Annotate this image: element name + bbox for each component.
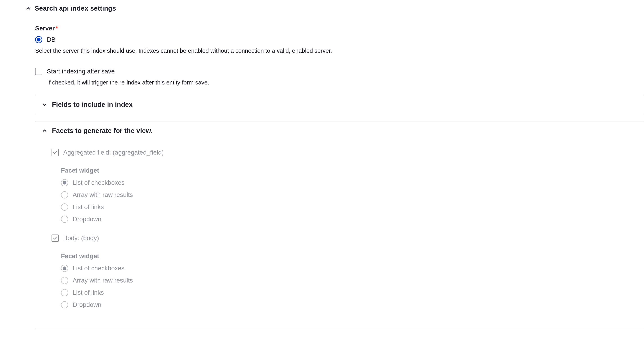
facet0-widget-dropdown[interactable]: Dropdown	[61, 216, 638, 223]
facet1-widget-array[interactable]: Array with raw results	[61, 277, 638, 284]
facet0-widget-array[interactable]: Array with raw results	[61, 191, 638, 199]
facets-section-title: Facets to generate for the view.	[52, 127, 152, 134]
facets-collapsible: Facets to generate for the view. Aggrega…	[35, 121, 644, 329]
radio-unchecked-disabled-icon	[61, 191, 68, 199]
fields-section-title: Fields to include in index	[52, 101, 132, 108]
checkbox-checked-disabled-icon	[52, 149, 59, 156]
start-indexing-description: If checked, it will trigger the re-index…	[47, 79, 644, 86]
facet-widget-group: Facet widget List of checkboxes Array wi…	[61, 167, 638, 223]
facet0-widget-checkboxes[interactable]: List of checkboxes	[61, 179, 638, 186]
start-indexing-label: Start indexing after save	[47, 68, 115, 75]
facet1-widget-links[interactable]: List of links	[61, 289, 638, 296]
radio-unchecked-disabled-icon	[61, 301, 68, 308]
facet-widget-group: Facet widget List of checkboxes Array wi…	[61, 253, 638, 308]
facet-item: Body: (body) Facet widget List of checkb…	[52, 235, 638, 308]
server-field-label: Server*	[35, 25, 644, 32]
facet1-widget-checkboxes[interactable]: List of checkboxes	[61, 265, 638, 272]
server-option-db[interactable]: DB	[35, 36, 644, 43]
fields-collapsible: Fields to include in index	[35, 95, 644, 114]
server-description: Select the server this index should use.…	[35, 47, 644, 54]
main-section-title: Search api index settings	[35, 5, 116, 12]
chevron-down-icon	[42, 102, 48, 107]
facet-aggregated-checkbox[interactable]: Aggregated field: (aggregated_field)	[52, 149, 638, 156]
radio-unchecked-disabled-icon	[61, 216, 68, 223]
left-border-divider	[18, 0, 18, 360]
facet-item-label: Body: (body)	[63, 235, 99, 242]
facet0-widget-links[interactable]: List of links	[61, 204, 638, 211]
server-option-label: DB	[47, 36, 56, 43]
required-asterisk: *	[56, 25, 58, 32]
facet-widget-legend: Facet widget	[61, 253, 638, 260]
radio-checked-icon	[35, 36, 42, 43]
server-label-text: Server	[35, 25, 55, 32]
facet-widget-legend: Facet widget	[61, 167, 638, 174]
facet-item-label: Aggregated field: (aggregated_field)	[63, 149, 164, 156]
radio-unchecked-disabled-icon	[61, 289, 68, 296]
radio-unchecked-disabled-icon	[61, 204, 68, 211]
widget-option-label: Array with raw results	[73, 191, 133, 199]
widget-option-label: Dropdown	[73, 216, 102, 223]
checkbox-unchecked-icon	[35, 68, 42, 75]
facet-item: Aggregated field: (aggregated_field) Fac…	[52, 149, 638, 223]
widget-option-label: List of checkboxes	[73, 265, 124, 272]
facet1-widget-dropdown[interactable]: Dropdown	[61, 301, 638, 308]
facet-body-checkbox[interactable]: Body: (body)	[52, 235, 638, 242]
widget-option-label: List of checkboxes	[73, 179, 124, 186]
facets-body: Aggregated field: (aggregated_field) Fac…	[35, 140, 644, 329]
radio-checked-disabled-icon	[61, 179, 68, 186]
main-section-toggle[interactable]: Search api index settings	[25, 5, 644, 12]
widget-option-label: List of links	[73, 204, 104, 211]
facets-collapsible-toggle[interactable]: Facets to generate for the view.	[35, 121, 644, 140]
chevron-up-icon	[25, 6, 31, 11]
radio-checked-disabled-icon	[61, 265, 68, 272]
widget-option-label: Array with raw results	[73, 277, 133, 284]
radio-unchecked-disabled-icon	[61, 277, 68, 284]
widget-option-label: List of links	[73, 289, 104, 296]
widget-option-label: Dropdown	[73, 301, 102, 308]
chevron-up-icon	[42, 128, 48, 134]
start-indexing-checkbox-row[interactable]: Start indexing after save	[35, 68, 644, 75]
fields-collapsible-toggle[interactable]: Fields to include in index	[35, 95, 644, 114]
checkbox-checked-disabled-icon	[52, 235, 59, 242]
